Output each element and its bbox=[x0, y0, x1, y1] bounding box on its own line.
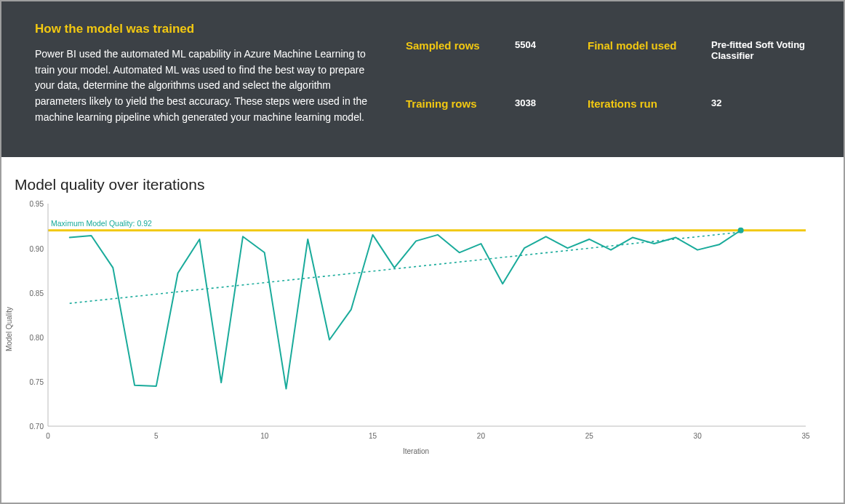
quality-series bbox=[70, 231, 741, 389]
y-tick: 0.95 bbox=[30, 200, 44, 208]
x-axis-label: Iteration bbox=[403, 447, 429, 455]
y-axis-label: Model Quality bbox=[5, 307, 13, 351]
x-tick: 20 bbox=[477, 432, 485, 440]
y-tick: 0.70 bbox=[30, 423, 44, 431]
chart-area: Model quality over iterations Model Qual… bbox=[1, 157, 844, 460]
stat-label-final-model: Final model used bbox=[588, 39, 704, 52]
trend-line bbox=[70, 233, 741, 304]
x-tick: 0 bbox=[46, 432, 50, 440]
y-tick: 0.80 bbox=[30, 334, 44, 342]
header-description: Power BI used the automated ML capabilit… bbox=[35, 47, 384, 125]
header-text-block: How the model was trained Power BI used … bbox=[35, 22, 406, 125]
x-tick: 10 bbox=[260, 432, 268, 440]
line-chart: Model Quality Iteration 0.700.750.800.85… bbox=[13, 198, 819, 452]
stat-label-iterations: Iterations run bbox=[588, 97, 704, 110]
chart-svg bbox=[13, 198, 819, 452]
x-tick: 15 bbox=[369, 432, 377, 440]
header-stats-grid: Sampled rows 5504 Final model used Pre-f… bbox=[406, 22, 810, 125]
x-tick: 25 bbox=[585, 432, 593, 440]
stat-label-training-rows: Training rows bbox=[406, 97, 508, 110]
stat-value-final-model: Pre-fitted Soft Voting Classifier bbox=[711, 39, 810, 61]
training-summary-header: How the model was trained Power BI used … bbox=[1, 1, 844, 157]
y-tick: 0.85 bbox=[30, 289, 44, 297]
y-tick: 0.75 bbox=[30, 378, 44, 386]
x-tick: 30 bbox=[694, 432, 702, 440]
stat-value-training-rows: 3038 bbox=[515, 97, 580, 108]
y-tick: 0.90 bbox=[30, 244, 44, 252]
chart-title: Model quality over iterations bbox=[15, 176, 823, 193]
series-end-marker bbox=[738, 228, 744, 233]
x-tick: 35 bbox=[801, 432, 809, 440]
header-title: How the model was trained bbox=[35, 22, 384, 36]
stat-value-sampled-rows: 5504 bbox=[515, 39, 580, 50]
stat-label-sampled-rows: Sampled rows bbox=[406, 39, 508, 52]
x-tick: 5 bbox=[154, 432, 159, 440]
max-quality-label: Maximum Model Quality: 0.92 bbox=[51, 219, 152, 228]
stat-value-iterations: 32 bbox=[711, 97, 810, 108]
